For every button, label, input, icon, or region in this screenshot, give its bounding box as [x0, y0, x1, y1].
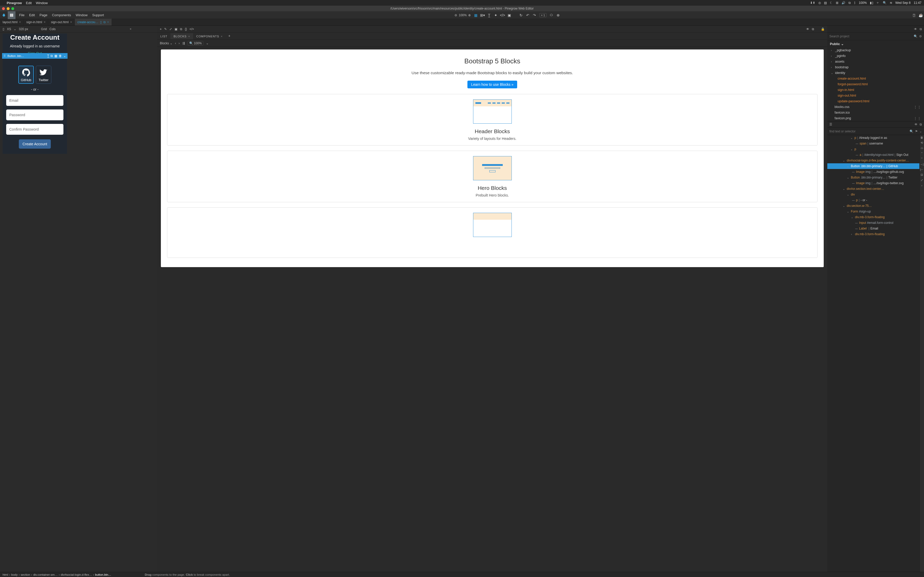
dom-row[interactable]: ⌄ div#social-login.d-flex.justify-conten… [827, 158, 924, 163]
blocks-dropdown[interactable]: Blocks ⌄ [160, 42, 173, 45]
tab-list[interactable]: LIST [157, 33, 170, 39]
menu-components[interactable]: Components [52, 13, 71, 17]
dom-tree[interactable]: 🗑 ⟲ ⦵ ˄ ˅ →| |← ⊡ ⤢ › ⌄ p|Already logged… [827, 135, 924, 572]
block-card-header[interactable]: Header Blocks Variety of layouts for Hea… [167, 94, 817, 145]
dom-row[interactable]: ⌄ div.section.w-75… [827, 203, 924, 209]
status-icon-3[interactable]: ☾ [830, 1, 833, 5]
tab-layout[interactable]: layout.html× [0, 19, 24, 26]
close-icon[interactable]: × [19, 20, 21, 24]
chevron-down-icon[interactable]: ⌄ [919, 130, 922, 133]
zoom-value[interactable]: 100% [459, 13, 467, 17]
redo-button[interactable]: ↷ [531, 12, 538, 19]
toggle-cols[interactable]: Cols [50, 27, 56, 31]
expand-icon[interactable]: ⤢ [921, 179, 923, 182]
box-tool-icon[interactable]: ▣ [174, 27, 178, 31]
project-root[interactable]: Public ⌄ [827, 40, 924, 47]
link-icon[interactable]: ⟲ [921, 141, 923, 145]
dom-row-selected[interactable]: ⌄ Button .btn.btn-primary…|GitHub [827, 163, 924, 169]
coffee-icon[interactable]: ☕ [917, 12, 924, 19]
delete-icon[interactable]: 🗑 [921, 136, 923, 139]
terminal-tool-icon[interactable]: ▣ [506, 12, 512, 19]
dom-row[interactable]: — p|- or - [827, 197, 924, 203]
menu-page[interactable]: Page [39, 13, 47, 17]
control-center-icon[interactable]: ≋ [890, 1, 892, 5]
block-card-hero[interactable]: Hero Blocks Prebuilt Hero blocks. [167, 151, 817, 202]
file-create-account[interactable]: create-account.html [827, 76, 924, 81]
spotlight-icon[interactable]: 🔍 [883, 1, 887, 5]
grid-icon[interactable]: ▦ [54, 54, 57, 58]
device-icon[interactable]: ▯ [100, 20, 102, 24]
mac-menu-window[interactable]: Window [36, 1, 48, 5]
add-tab-button[interactable]: + [226, 32, 233, 39]
move-up-icon[interactable]: ˄ [921, 152, 923, 155]
folder-identity[interactable]: ⌄identity [827, 70, 924, 76]
close-icon[interactable]: × [188, 35, 190, 38]
dom-row[interactable]: ⌄ div [827, 192, 924, 197]
menu-window[interactable]: Window [76, 13, 87, 17]
move-down-icon[interactable]: ˅ [921, 157, 923, 161]
breadcrumb[interactable]: html› body› section› div.container-sm…› … [0, 573, 111, 576]
wrap-icon[interactable]: ⊡ [921, 173, 923, 176]
project-panel-toggle-button[interactable] [8, 11, 16, 19]
code-tool-icon[interactable]: </> [189, 27, 194, 31]
zoom-out-button[interactable]: ⊖ [454, 13, 457, 17]
toggle-grid[interactable]: Grid [41, 27, 47, 31]
collapse-icon[interactable]: › [921, 184, 922, 187]
outdent-icon[interactable]: |← [920, 168, 924, 171]
tab-blocks[interactable]: BLOCKS× [170, 33, 193, 39]
tab-components[interactable]: COMPONENTS× [193, 33, 226, 39]
folder-bootstrap[interactable]: ›bootstrap [827, 64, 924, 70]
copy-icon[interactable]: ⧉ [920, 122, 922, 126]
help-icon[interactable]: ⍰ [911, 12, 917, 19]
volume-icon[interactable]: 🔊 [842, 1, 845, 5]
search-input[interactable] [829, 34, 912, 38]
status-icon-2[interactable]: ▤ [824, 1, 827, 5]
dom-row[interactable]: — Label |Email [827, 226, 924, 231]
file-sign-out[interactable]: sign-out.html [827, 93, 924, 98]
window-minimize-icon[interactable] [7, 7, 10, 10]
file-blocks-css[interactable]: blocks.css⋮⋮ [827, 104, 924, 110]
close-icon[interactable]: × [44, 20, 45, 24]
tab-create-account[interactable]: create-accou… ▯ ⧉ × [75, 19, 111, 26]
dom-row[interactable]: — a|/identity/sign-out.html|Sign Out [827, 152, 924, 158]
element-selection-toolbar[interactable]: ⠿ Button .btn… T̲ ⧉ ▦ 🗑 ⌄ [2, 53, 68, 59]
scale-badge[interactable]: × 1 [540, 13, 546, 17]
file-favicon-png[interactable]: favicon.png⋮⋮ [827, 115, 924, 121]
device-tool-icon[interactable]: ⧉ [180, 27, 182, 31]
css-tool-icon[interactable]: {} [185, 27, 187, 31]
resize-tool-icon[interactable]: ⤢ [170, 27, 172, 31]
search-icon[interactable]: 🔍 [909, 130, 913, 133]
dom-row[interactable]: — span|username [827, 141, 924, 146]
status-icon-4[interactable]: ⊞ [836, 1, 838, 5]
mac-menu-edit[interactable]: Edit [26, 1, 32, 5]
indent-icon[interactable]: →| [920, 163, 924, 166]
display-icon[interactable]: ⧉ [848, 1, 851, 5]
chevron-down-icon[interactable]: ⌄ [206, 42, 208, 45]
tree-view-icon[interactable]: ☰ [829, 122, 832, 126]
tab-signin[interactable]: sign-in.html× [24, 19, 48, 26]
copy-icon[interactable]: ⧉ [812, 27, 814, 31]
refresh-button[interactable]: ↻ [518, 12, 524, 19]
close-icon[interactable]: × [70, 20, 72, 24]
search-icon[interactable]: 🔍 [914, 34, 918, 38]
menu-support[interactable]: Support [92, 13, 104, 17]
visibility-tool-icon[interactable]: ⦵ [548, 12, 555, 19]
zoom-in-button[interactable]: ⊕ [468, 13, 471, 17]
dom-find[interactable]: 🔍 ⚑ ⌄ [827, 128, 924, 135]
close-icon[interactable]: × [130, 27, 155, 31]
tab-signout[interactable]: sign-out.html× [48, 19, 75, 26]
filter-icon[interactable]: ⚑ [915, 130, 918, 133]
dom-row[interactable]: ⌄ div.mb-3.form-floating [827, 214, 924, 220]
layout-tool-icon[interactable]: ▦ [472, 12, 479, 19]
github-login-button[interactable]: GitHub [18, 66, 34, 84]
file-sign-in[interactable]: sign-in.html [827, 87, 924, 93]
dom-row[interactable]: — Input #email.form-control [827, 220, 924, 226]
dom-row[interactable]: ⌄ Form #sign-up [827, 209, 924, 214]
menu-edit[interactable]: Edit [29, 13, 35, 17]
blocks-zoom[interactable]: 🔍 100% [187, 41, 204, 45]
mac-time[interactable]: 11:47 [914, 1, 921, 5]
duplicate-icon[interactable]: ⧉ [50, 54, 53, 58]
twitter-login-button[interactable]: Twitter [36, 66, 51, 84]
dom-row[interactable]: — Image img|…/svg/logo-github.svg [827, 169, 924, 175]
eye-icon[interactable]: 👁 [914, 27, 917, 31]
